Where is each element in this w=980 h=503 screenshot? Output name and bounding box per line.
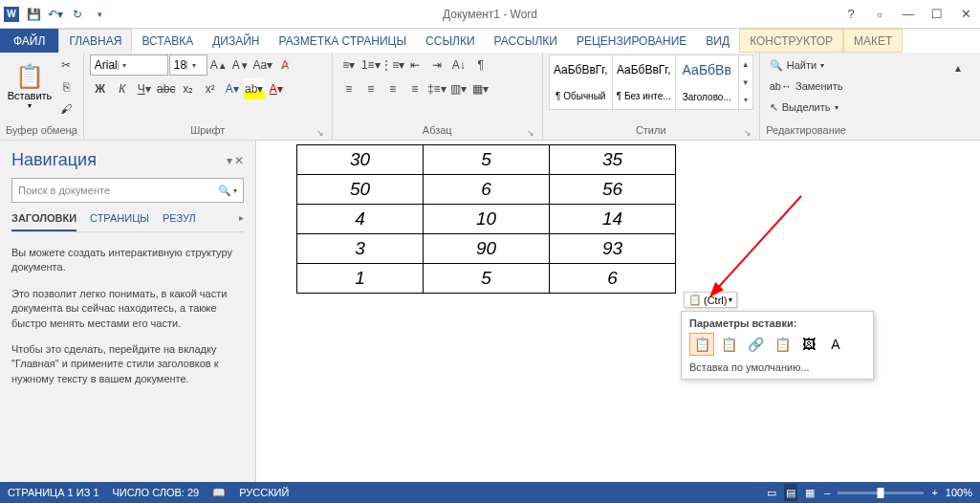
borders-button[interactable]: ▦▾	[470, 78, 491, 99]
bullets-button[interactable]: ≡▾	[338, 55, 359, 76]
indent-button[interactable]: ⇥	[426, 55, 447, 76]
bold-button[interactable]: Ж	[90, 78, 111, 99]
align-right-button[interactable]: ≡	[382, 78, 403, 99]
nav-options-button[interactable]: ▾	[227, 154, 232, 167]
status-words[interactable]: ЧИСЛО СЛОВ: 29	[113, 487, 200, 498]
find-button[interactable]: 🔍Найти ▾	[766, 55, 847, 76]
tab-references[interactable]: ССЫЛКИ	[416, 29, 484, 53]
paste-link-keep-source[interactable]: 🔗	[743, 333, 768, 356]
zoom-slider[interactable]	[838, 492, 924, 494]
highlight-button[interactable]: ab▾	[244, 78, 265, 99]
styles-launcher[interactable]: ↘	[742, 128, 753, 140]
style-normal[interactable]: АаБбВвГг,¶ Обычный	[549, 55, 613, 110]
maximize-button[interactable]: ☐	[923, 0, 951, 29]
paste-options-tag[interactable]: 📋 (Ctrl) ▾	[684, 292, 737, 308]
cut-button[interactable]: ✂	[55, 55, 76, 76]
paste-text-only[interactable]: A	[823, 333, 848, 356]
sort-button[interactable]: A↓	[448, 55, 469, 76]
redo-button[interactable]: ↻	[67, 4, 88, 25]
collapse-ribbon-button[interactable]: ▴	[947, 57, 969, 78]
zoom-level[interactable]: 100%	[946, 487, 972, 498]
view-read-button[interactable]: ▭	[765, 484, 778, 501]
tab-insert[interactable]: ВСТАВКА	[132, 29, 203, 53]
help-button[interactable]: ?	[837, 0, 865, 29]
paste-picture[interactable]: 🖼	[796, 333, 821, 356]
status-language[interactable]: РУССКИЙ	[239, 487, 289, 498]
justify-button[interactable]: ≡	[404, 78, 425, 99]
save-button[interactable]: 💾	[23, 4, 44, 25]
minimize-button[interactable]: —	[894, 0, 923, 29]
font-size-combo[interactable]: 18▾	[169, 55, 207, 76]
group-paragraph: ≡▾ 1≡▾ ⋮≡▾ ⇤ ⇥ A↓ ¶ ≡ ≡ ≡ ≡ ‡≡▾ ▥▾ ▦▾	[333, 53, 543, 140]
close-button[interactable]: ✕	[951, 0, 980, 29]
underline-button[interactable]: Ч▾	[134, 78, 155, 99]
paste-options-flyout: Параметры вставки: 📋 📋 🔗 📋 🖼 A Вставка п…	[681, 311, 874, 380]
paste-link-merge[interactable]: 📋	[770, 333, 795, 356]
nav-search-input[interactable]: Поиск в документе 🔍▾	[11, 178, 244, 203]
ribbon-options-button[interactable]: ▫	[865, 0, 894, 29]
shading-button[interactable]: ▥▾	[448, 78, 469, 99]
select-button[interactable]: ↖Выделить ▾	[766, 97, 847, 118]
outdent-button[interactable]: ⇤	[404, 55, 425, 76]
document-table[interactable]: 30535 50656 41014 39093 156	[296, 144, 676, 294]
paragraph-launcher[interactable]: ↘	[525, 128, 536, 140]
strike-button[interactable]: abc	[156, 78, 177, 99]
line-spacing-button[interactable]: ‡≡▾	[426, 78, 447, 99]
style-no-spacing[interactable]: АаБбВвГг,¶ Без инте...	[612, 55, 676, 110]
shrink-font-button[interactable]: A▼	[230, 55, 251, 76]
paste-fly-header: Параметры вставки:	[689, 317, 865, 329]
group-styles: АаБбВвГг,¶ Обычный АаБбВвГг,¶ Без инте..…	[543, 53, 760, 140]
text-effects-button[interactable]: A▾	[222, 78, 243, 99]
tab-review[interactable]: РЕЦЕНЗИРОВАНИЕ	[567, 29, 696, 53]
zoom-in-button[interactable]: +	[929, 484, 939, 501]
nav-tab-results[interactable]: РЕЗУЛ	[163, 212, 196, 231]
font-launcher[interactable]: ↘	[315, 128, 326, 140]
superscript-button[interactable]: x²	[200, 78, 221, 99]
tab-file[interactable]: ФАЙЛ	[0, 29, 58, 53]
status-proofing-icon[interactable]: 📖	[212, 487, 226, 499]
paste-keep-source[interactable]: 📋	[689, 333, 714, 356]
clipboard-launcher[interactable]: ↘	[66, 128, 77, 140]
nav-tab-more[interactable]: ▸	[239, 212, 244, 231]
qat-customize[interactable]: ▾	[89, 4, 110, 25]
tab-home[interactable]: ГЛАВНАЯ	[58, 29, 132, 53]
font-color-button[interactable]: A▾	[266, 78, 287, 99]
zoom-out-button[interactable]: –	[822, 484, 832, 501]
grow-font-button[interactable]: A▲	[208, 55, 229, 76]
tab-layout[interactable]: РАЗМЕТКА СТРАНИЦЫ	[270, 29, 417, 53]
change-case-button[interactable]: Aa▾	[252, 55, 273, 76]
numbering-button[interactable]: 1≡▾	[360, 55, 381, 76]
align-left-button[interactable]: ≡	[338, 78, 359, 99]
clear-format-button[interactable]: A̷	[274, 55, 295, 76]
align-center-button[interactable]: ≡	[360, 78, 381, 99]
view-web-button[interactable]: ▦	[803, 484, 817, 501]
tab-view[interactable]: ВИД	[696, 29, 739, 53]
undo-button[interactable]: ↶▾	[45, 4, 66, 25]
status-page[interactable]: СТРАНИЦА 1 ИЗ 1	[8, 487, 99, 498]
annotation-arrow	[706, 188, 811, 303]
tab-mailings[interactable]: РАССЫЛКИ	[485, 29, 567, 53]
multilevel-button[interactable]: ⋮≡▾	[382, 55, 403, 76]
replace-button[interactable]: ab↔Заменить	[766, 76, 847, 97]
tab-ctx-layout[interactable]: МАКЕТ	[843, 29, 903, 53]
show-marks-button[interactable]: ¶	[470, 55, 491, 76]
copy-button[interactable]: ⎘	[55, 77, 76, 98]
paste-merge-format[interactable]: 📋	[716, 333, 741, 356]
paste-default-link[interactable]: Вставка по умолчанию...	[689, 361, 865, 373]
italic-button[interactable]: К	[112, 78, 133, 99]
subscript-button[interactable]: x₂	[178, 78, 199, 99]
table-row: 30535	[297, 145, 676, 175]
format-painter-button[interactable]: 🖌	[55, 98, 76, 120]
styles-scroll[interactable]: ▲▼▾	[738, 55, 753, 110]
nav-close-button[interactable]: ✕	[234, 154, 244, 167]
tab-ctx-design[interactable]: КОНСТРУКТОР	[739, 29, 843, 53]
style-heading1[interactable]: АаБбВвЗаголово...	[675, 55, 739, 110]
font-name-combo[interactable]: Arial▾	[90, 55, 168, 76]
document-area[interactable]: 30535 50656 41014 39093 156 📋 (Ctrl) ▾ П…	[256, 141, 980, 482]
nav-tab-headings[interactable]: ЗАГОЛОВКИ	[11, 212, 76, 231]
nav-tab-pages[interactable]: СТРАНИЦЫ	[90, 212, 149, 231]
tab-design[interactable]: ДИЗАЙН	[203, 29, 269, 53]
table-row: 50656	[297, 175, 676, 205]
view-print-button[interactable]: ▤	[784, 484, 797, 501]
paste-button[interactable]: 📋 Вставить ▾	[6, 55, 54, 118]
